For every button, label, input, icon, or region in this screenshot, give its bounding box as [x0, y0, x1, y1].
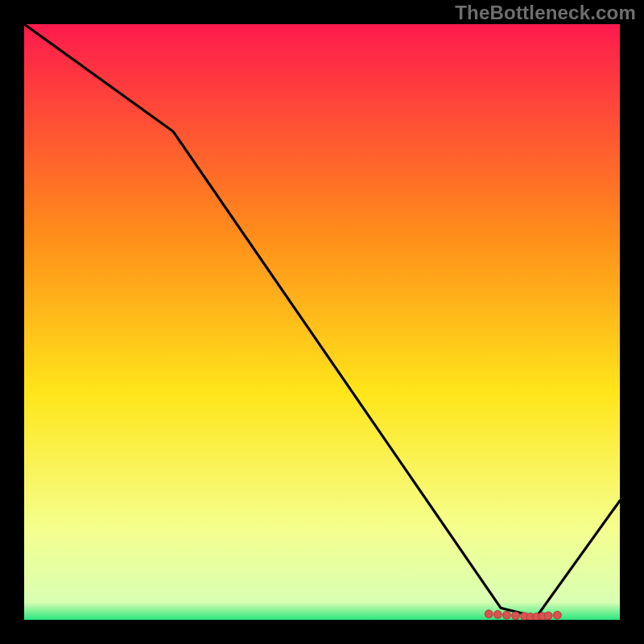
marker-dot: [494, 611, 502, 619]
marker-dot: [503, 611, 511, 619]
marker-dot: [554, 611, 562, 619]
marker-dot: [485, 610, 493, 618]
watermark-text: TheBottleneck.com: [455, 2, 636, 24]
marker-dot: [544, 612, 552, 620]
bottleneck-chart: [24, 24, 620, 620]
marker-dot: [512, 612, 520, 620]
gradient-bg: [24, 24, 620, 620]
chart-wrap: TheBottleneck.com: [0, 0, 644, 644]
